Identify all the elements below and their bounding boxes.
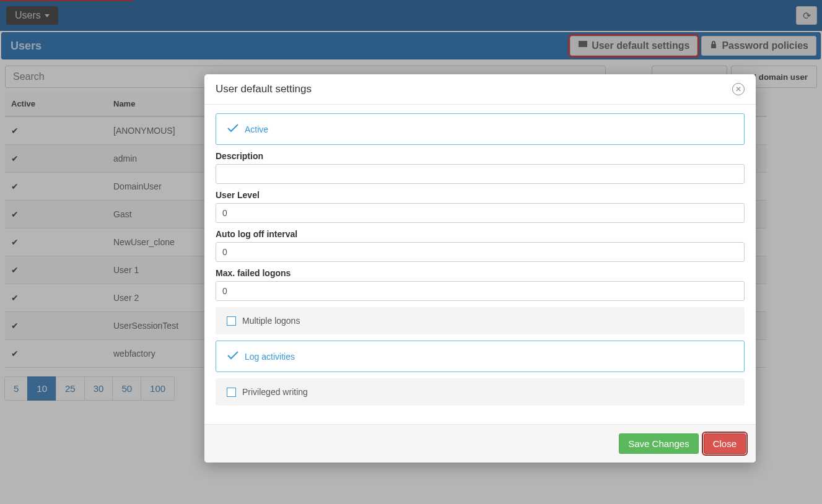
multiple-logons-label: Multiple logons [242, 316, 300, 326]
privileged-writing-checkbox-wrap[interactable]: Privileged writing [216, 378, 745, 406]
close-icon: ✕ [735, 85, 741, 93]
privileged-writing-label: Privileged writing [242, 387, 308, 397]
max-failed-logons-label: Max. failed logons [216, 268, 745, 278]
max-failed-logons-input[interactable] [216, 281, 745, 301]
user-level-label: User Level [216, 190, 745, 200]
modal-close-button[interactable]: ✕ [732, 83, 745, 95]
modal-footer: Save Changes Close [204, 424, 756, 463]
description-label: Description [216, 151, 745, 161]
modal-header: User default settings ✕ [204, 74, 756, 105]
close-button[interactable]: Close [704, 433, 746, 454]
checkbox-icon [227, 388, 236, 397]
modal-title: User default settings [216, 83, 312, 95]
log-activities-checkbox-wrap[interactable]: Log activities [216, 341, 745, 372]
active-checkbox-wrap[interactable]: Active [216, 113, 745, 145]
user-level-input[interactable] [216, 203, 745, 223]
auto-logoff-input[interactable] [216, 242, 745, 262]
auto-logoff-label: Auto log off interval [216, 229, 745, 239]
save-changes-button[interactable]: Save Changes [619, 433, 698, 454]
user-default-settings-modal: User default settings ✕ Active Descripti… [204, 74, 756, 463]
active-checkbox-label: Active [245, 124, 268, 134]
modal-body: Active Description User Level Auto log o… [204, 105, 756, 424]
log-activities-label: Log activities [245, 352, 295, 362]
multiple-logons-checkbox-wrap[interactable]: Multiple logons [216, 307, 745, 334]
description-input[interactable] [216, 164, 745, 184]
check-icon [227, 123, 238, 136]
check-icon [227, 350, 238, 363]
checkbox-icon [227, 316, 236, 326]
